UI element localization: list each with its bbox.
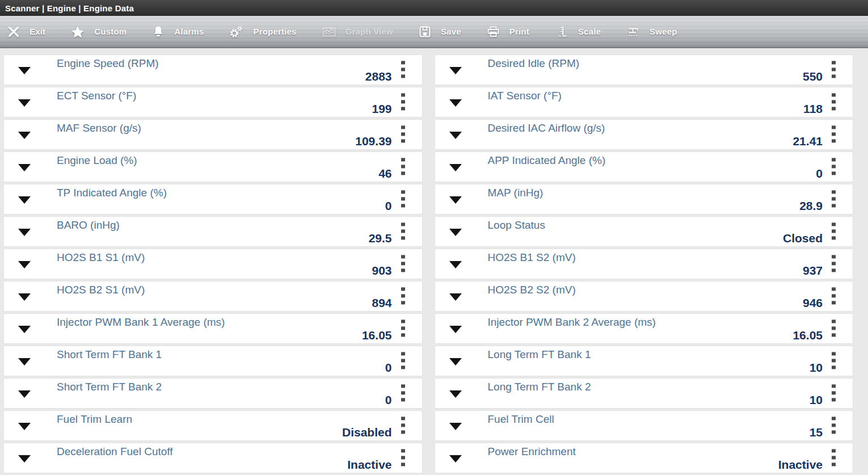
parameter-row[interactable]: Injector PWM Bank 2 Average (ms) 16.05 [435, 314, 853, 343]
expand-triangle-icon[interactable] [449, 229, 462, 236]
kebab-drag-handle-icon[interactable] [401, 320, 405, 337]
kebab-drag-handle-icon[interactable] [401, 352, 405, 369]
parameter-row[interactable]: Short Term FT Bank 2 0 [4, 379, 422, 408]
parameter-value: 199 [372, 102, 391, 116]
kebab-drag-handle-icon[interactable] [832, 417, 836, 434]
expand-triangle-icon[interactable] [18, 455, 31, 463]
parameter-row[interactable]: MAF Sensor (g/s) 109.39 [4, 120, 422, 149]
kebab-drag-handle-icon[interactable] [401, 449, 405, 466]
kebab-drag-handle-icon[interactable] [832, 125, 836, 142]
expand-triangle-icon[interactable] [18, 99, 31, 107]
expand-triangle-icon[interactable] [18, 164, 31, 171]
parameter-row[interactable]: TP Indicated Angle (%) 0 [4, 184, 422, 214]
parameter-row[interactable]: HO2S B2 S1 (mV) 894 [4, 281, 422, 311]
expand-triangle-icon[interactable] [18, 423, 31, 430]
kebab-drag-handle-icon[interactable] [832, 222, 836, 239]
expand-triangle-icon[interactable] [449, 423, 462, 430]
expand-triangle-icon[interactable] [449, 132, 462, 139]
expand-triangle-icon[interactable] [18, 390, 31, 398]
parameter-row[interactable]: HO2S B1 S1 (mV) 903 [4, 249, 422, 279]
parameter-row[interactable]: APP Indicated Angle (%) 0 [435, 152, 853, 182]
alarms-button[interactable]: Alarms [151, 25, 204, 39]
parameter-row[interactable]: MAP (inHg) 28.9 [435, 184, 853, 214]
kebab-drag-handle-icon[interactable] [832, 320, 836, 337]
expand-triangle-icon[interactable] [449, 390, 462, 398]
expand-triangle-icon[interactable] [449, 293, 462, 301]
parameter-row[interactable]: Short Term FT Bank 1 0 [4, 346, 422, 376]
kebab-drag-handle-icon[interactable] [832, 449, 836, 466]
parameter-row[interactable]: Engine Load (%) 46 [4, 152, 422, 182]
kebab-drag-handle-icon[interactable] [401, 158, 405, 175]
expand-triangle-icon[interactable] [449, 67, 462, 74]
custom-button[interactable]: Custom [70, 25, 127, 39]
expand-triangle-icon[interactable] [449, 99, 462, 107]
parameter-row[interactable]: Power Enrichment Inactive [435, 443, 853, 473]
parameter-row[interactable]: Loop Status Closed [435, 217, 853, 246]
expand-triangle-icon[interactable] [18, 67, 31, 74]
parameter-value: 0 [816, 167, 823, 180]
kebab-drag-handle-icon[interactable] [401, 93, 405, 110]
parameter-name: Power Enrichment [488, 445, 576, 458]
parameter-row[interactable]: ECT Sensor (°F) 199 [4, 87, 422, 117]
print-button[interactable]: Print [486, 25, 529, 39]
parameter-row[interactable]: Long Term FT Bank 1 10 [435, 346, 853, 376]
parameter-value: Inactive [347, 458, 391, 472]
expand-triangle-icon[interactable] [449, 196, 462, 204]
kebab-drag-handle-icon[interactable] [401, 287, 405, 304]
kebab-drag-handle-icon[interactable] [832, 61, 836, 78]
parameter-row[interactable]: BARO (inHg) 29.5 [4, 217, 422, 246]
save-label: Save [441, 27, 461, 36]
exit-button[interactable]: Exit [7, 25, 45, 39]
parameter-row[interactable]: Injector PWM Bank 1 Average (ms) 16.05 [4, 314, 422, 343]
kebab-drag-handle-icon[interactable] [832, 287, 836, 304]
sweep-button[interactable]: Sweep [626, 25, 677, 39]
kebab-drag-handle-icon[interactable] [832, 158, 836, 175]
parameter-value: Inactive [778, 458, 823, 472]
scale-button[interactable]: Scale [554, 25, 601, 39]
expand-triangle-icon[interactable] [449, 164, 462, 171]
kebab-drag-handle-icon[interactable] [401, 190, 405, 207]
parameter-row[interactable]: HO2S B1 S2 (mV) 937 [435, 249, 853, 279]
parameter-value: 0 [385, 199, 392, 213]
print-label: Print [509, 27, 529, 36]
kebab-drag-handle-icon[interactable] [832, 352, 836, 369]
expand-triangle-icon[interactable] [18, 196, 31, 204]
expand-triangle-icon[interactable] [18, 293, 31, 301]
parameter-row[interactable]: Fuel Trim Learn Disabled [4, 411, 422, 440]
save-button[interactable]: Save [418, 25, 461, 39]
expand-triangle-icon[interactable] [18, 358, 31, 365]
expand-triangle-icon[interactable] [18, 261, 31, 268]
parameter-row[interactable]: Fuel Trim Cell 15 [435, 411, 853, 440]
kebab-drag-handle-icon[interactable] [832, 255, 836, 272]
parameter-row[interactable]: Deceleration Fuel Cutoff Inactive [4, 443, 422, 473]
expand-triangle-icon[interactable] [18, 229, 31, 236]
properties-button[interactable]: Properties [229, 25, 296, 39]
x-icon [7, 25, 20, 39]
kebab-drag-handle-icon[interactable] [832, 190, 836, 207]
kebab-drag-handle-icon[interactable] [832, 93, 836, 110]
kebab-drag-handle-icon[interactable] [401, 222, 405, 239]
expand-triangle-icon[interactable] [18, 326, 31, 333]
kebab-drag-handle-icon[interactable] [401, 61, 405, 78]
kebab-drag-handle-icon[interactable] [401, 255, 405, 272]
parameter-row[interactable]: Desired Idle (RPM) 550 [435, 55, 853, 85]
kebab-drag-handle-icon[interactable] [401, 125, 405, 142]
parameter-row[interactable]: Desired IAC Airflow (g/s) 21.41 [435, 120, 853, 149]
parameter-value: Closed [783, 232, 823, 245]
expand-triangle-icon[interactable] [18, 132, 31, 139]
kebab-drag-handle-icon[interactable] [401, 384, 405, 401]
kebab-drag-handle-icon[interactable] [832, 384, 836, 401]
parameter-row[interactable]: IAT Sensor (°F) 118 [435, 87, 853, 117]
parameter-row[interactable]: Engine Speed (RPM) 2883 [4, 55, 422, 85]
scale-icon [554, 25, 569, 39]
expand-triangle-icon[interactable] [449, 358, 462, 365]
kebab-drag-handle-icon[interactable] [401, 417, 405, 434]
expand-triangle-icon[interactable] [449, 261, 462, 268]
parameter-row[interactable]: Long Term FT Bank 2 10 [435, 379, 853, 408]
parameter-name: BARO (inHg) [57, 219, 120, 232]
expand-triangle-icon[interactable] [449, 326, 462, 333]
expand-triangle-icon[interactable] [449, 455, 462, 463]
parameter-row[interactable]: HO2S B2 S2 (mV) 946 [435, 281, 853, 311]
parameter-name: HO2S B2 S2 (mV) [488, 284, 576, 296]
parameter-name: IAT Sensor (°F) [488, 90, 562, 102]
